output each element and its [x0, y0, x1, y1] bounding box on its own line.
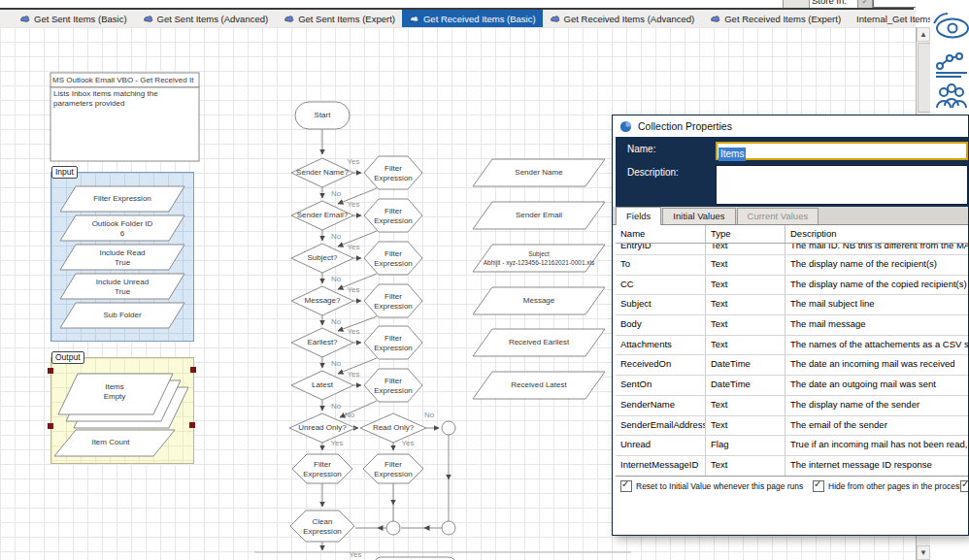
- dialog-title-bar[interactable]: Collection Properties: [613, 115, 968, 137]
- data-sender-email[interactable]: [473, 202, 605, 229]
- process-filter-expression[interactable]: [292, 454, 352, 483]
- store-in-label: Store In:: [812, 0, 847, 6]
- name-label: Name:: [627, 144, 655, 154]
- decision-sender-name[interactable]: [291, 158, 353, 187]
- note-body-box[interactable]: [50, 87, 199, 161]
- table-row[interactable]: To Text The display name of the recipien…: [616, 255, 968, 276]
- fields-table: Name Type Description EntryID Text The m…: [616, 225, 968, 477]
- data-message[interactable]: [473, 287, 605, 314]
- input-sub-folder[interactable]: [60, 303, 184, 328]
- page-icon: [284, 14, 294, 24]
- table-row[interactable]: EntryID Text The mail ID. NB this is dif…: [616, 244, 968, 255]
- process-filter-expression[interactable]: [364, 242, 422, 275]
- connector-anchor[interactable]: [442, 421, 455, 435]
- tab-get-sent-items-basic[interactable]: Get Sent Items (Basic): [13, 10, 134, 27]
- process-filter-expression[interactable]: [363, 454, 423, 483]
- process-filter-expression[interactable]: [364, 199, 422, 232]
- scrollbar-thumb[interactable]: [918, 43, 931, 113]
- decision-message[interactable]: [291, 286, 353, 315]
- process-filter-expression[interactable]: [364, 369, 422, 402]
- tab-initial-values[interactable]: Initial Values: [662, 208, 735, 224]
- dialog-tab-strip: Fields Initial Values Current Values: [613, 207, 968, 225]
- data-sender-name[interactable]: [473, 159, 605, 186]
- name-value-selected: Items: [718, 148, 746, 161]
- process-filter-expression[interactable]: [364, 326, 422, 359]
- connector-anchor[interactable]: [386, 521, 400, 535]
- page-icon: [19, 14, 30, 24]
- trend-icon[interactable]: [932, 50, 969, 80]
- tab-current-values[interactable]: Current Values: [737, 208, 819, 224]
- decision-read-only[interactable]: [360, 413, 426, 443]
- decision-latest[interactable]: [291, 371, 353, 400]
- selection-handle[interactable]: [48, 368, 53, 374]
- col-header-name[interactable]: Name: [616, 225, 706, 243]
- page-tab-bar: Get Sent Items (Basic) Get Sent Items (A…: [0, 10, 916, 27]
- data-received-latest[interactable]: [473, 372, 605, 399]
- tab-get-received-items-advanced[interactable]: Get Received Items (Advanced): [543, 10, 702, 27]
- checkbox-checked-icon: [960, 480, 969, 492]
- store-in-input[interactable]: [873, 0, 916, 8]
- people-icon[interactable]: [932, 82, 969, 115]
- table-row[interactable]: Attachments Text The names of the attach…: [616, 336, 968, 356]
- reset-initial-value-checkbox[interactable]: Reset to Initial Value whenever this pag…: [620, 480, 803, 492]
- data-subject[interactable]: [473, 245, 605, 272]
- output-items-collection[interactable]: [58, 374, 173, 414]
- tab-fields[interactable]: Fields: [616, 207, 661, 225]
- table-row[interactable]: SenderName Text The display name of the …: [616, 396, 968, 416]
- selection-handle[interactable]: [48, 423, 53, 429]
- eye-icon[interactable]: [932, 8, 969, 45]
- description-input[interactable]: [716, 165, 968, 205]
- input-include-read[interactable]: [60, 245, 184, 270]
- table-row[interactable]: SentOn DateTime The date an outgoing mai…: [616, 376, 968, 396]
- table-row[interactable]: InternetMessageID Text The internet mess…: [616, 456, 968, 477]
- decision-earliest[interactable]: [291, 328, 353, 357]
- output-group-label: Output: [51, 351, 84, 364]
- connector-anchor[interactable]: [442, 521, 455, 535]
- tab-get-sent-items-expert[interactable]: Get Sent Items (Expert): [277, 10, 402, 27]
- table-row[interactable]: Body Text The mail message: [616, 315, 968, 336]
- process-studio-window: Store In: ✓ Get Sent Items (Basic) Get S…: [0, 0, 969, 560]
- check-dropdown-icon[interactable]: ✓: [857, 0, 873, 8]
- table-row[interactable]: ReceivedOn DateTime The date an incoming…: [616, 355, 968, 376]
- scroll-down-icon[interactable]: ▼: [917, 545, 930, 560]
- page-icon: [409, 14, 419, 24]
- selection-handle[interactable]: [190, 367, 196, 373]
- table-row[interactable]: Subject Text The mail subject line: [616, 295, 968, 315]
- decision-sender-email[interactable]: [291, 201, 353, 230]
- input-include-unread[interactable]: [60, 274, 184, 299]
- grid-button[interactable]: [783, 0, 810, 8]
- hide-from-other-pages-checkbox[interactable]: Hide from other pages in the process: [813, 480, 963, 492]
- decision-subject[interactable]: [291, 244, 353, 273]
- process-filter-expression[interactable]: [364, 156, 422, 189]
- process-clean-expression[interactable]: [290, 511, 354, 542]
- output-item-count[interactable]: [54, 430, 175, 456]
- data-received-earliest[interactable]: [473, 329, 605, 356]
- description-label: Description:: [627, 167, 679, 178]
- page-icon: [143, 14, 153, 24]
- partial-checkbox[interactable]: [960, 480, 969, 492]
- table-row[interactable]: CC Text The display name of the copied r…: [616, 276, 968, 296]
- name-input[interactable]: Items: [716, 142, 968, 160]
- col-header-type[interactable]: Type: [706, 225, 785, 243]
- input-outlook-folder-id[interactable]: [60, 215, 184, 241]
- input-filter-expression[interactable]: [60, 186, 184, 212]
- page-icon: [550, 14, 560, 24]
- scroll-up-icon[interactable]: ▲: [917, 27, 930, 42]
- tab-internal-get-items[interactable]: Internal_Get Items: [850, 10, 939, 27]
- collection-properties-dialog: Collection Properties Name: Items Descri…: [612, 115, 969, 536]
- fields-table-header: Name Type Description: [616, 225, 968, 244]
- store-in-strip: Store In: ✓: [0, 0, 916, 8]
- tab-get-sent-items-advanced[interactable]: Get Sent Items (Advanced): [136, 10, 276, 27]
- note-title-box[interactable]: [50, 73, 199, 87]
- col-header-description[interactable]: Description: [785, 225, 968, 243]
- checkbox-checked-icon: [620, 480, 632, 492]
- tab-get-received-items-expert[interactable]: Get Received Items (Expert): [703, 10, 848, 27]
- table-row[interactable]: Unread Flag True if an incoming mail has…: [616, 436, 968, 456]
- table-row[interactable]: SenderEmailAddress Text The email of the…: [616, 416, 968, 437]
- process-filter-expression[interactable]: [364, 284, 422, 317]
- dialog-title: Collection Properties: [638, 120, 732, 132]
- flow-start[interactable]: [295, 102, 350, 129]
- tab-get-received-items-basic[interactable]: Get Received Items (Basic): [402, 10, 543, 27]
- decision-unread-only[interactable]: [289, 413, 355, 443]
- selection-handle[interactable]: [189, 422, 195, 428]
